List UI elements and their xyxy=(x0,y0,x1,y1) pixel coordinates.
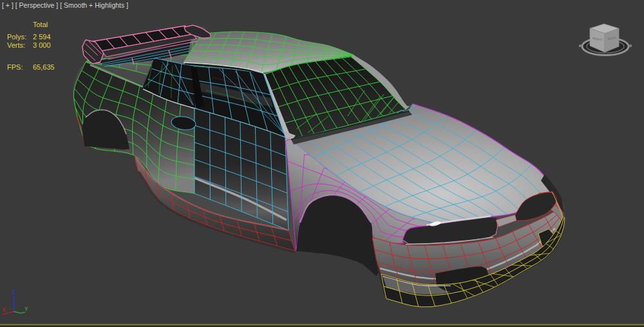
svg-text:X: X xyxy=(2,306,6,313)
svg-text:Y: Y xyxy=(24,306,28,312)
svg-text:Z: Z xyxy=(12,289,15,295)
